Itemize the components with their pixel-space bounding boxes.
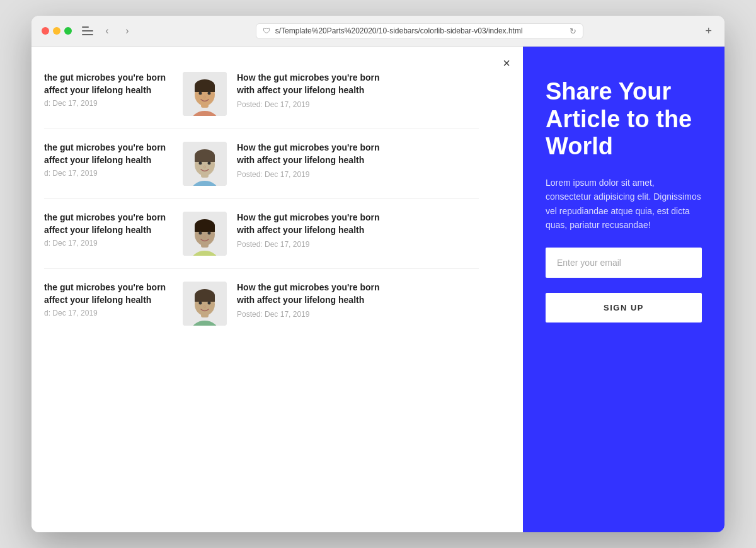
article-item: the gut microbes you're bornaffect your … <box>44 59 479 129</box>
article-left-date: d: Dec 17, 2019 <box>44 99 183 108</box>
svg-rect-14 <box>195 156 215 162</box>
browser-chrome: ‹ › 🛡 s/Template%20Parts%202020/10-sideb… <box>32 16 724 47</box>
sidebar-toggle-icon[interactable] <box>82 26 93 35</box>
article-avatar <box>183 72 227 116</box>
article-left-title: the gut microbes you're bornaffect your … <box>44 212 183 236</box>
maximize-traffic-light[interactable] <box>64 27 72 35</box>
browser-content: × the gut microbes you're bornaffect you… <box>32 47 724 532</box>
article-title[interactable]: How the gut microbes you're bornwith aff… <box>237 72 479 96</box>
svg-point-7 <box>208 92 211 95</box>
article-date: Posted: Dec 17, 2019 <box>237 170 479 179</box>
article-with-image[interactable]: How the gut microbes you're bornwith aff… <box>183 282 479 326</box>
svg-point-25 <box>208 232 211 235</box>
article-list: the gut microbes you're bornaffect your … <box>44 59 504 338</box>
article-left-date: d: Dec 17, 2019 <box>44 239 183 248</box>
article-date: Posted: Dec 17, 2019 <box>237 240 479 249</box>
svg-point-24 <box>199 232 202 235</box>
svg-point-34 <box>208 302 211 305</box>
sidebar-description: Lorem ipsum dolor sit amet, consectetur … <box>546 176 702 232</box>
svg-point-8 <box>204 96 206 98</box>
shield-icon: 🛡 <box>263 26 270 35</box>
forward-button[interactable]: › <box>118 22 136 40</box>
article-left-date: d: Dec 17, 2019 <box>44 309 183 317</box>
article-left-title: the gut microbes you're bornaffect your … <box>44 72 183 96</box>
svg-point-16 <box>208 162 211 165</box>
article-text-block: How the gut microbes you're bornwith aff… <box>237 212 479 249</box>
sidebar-heading: Share Your Article to the World <box>546 78 702 161</box>
svg-point-35 <box>204 305 206 308</box>
article-text-block: How the gut microbes you're bornwith aff… <box>237 142 479 179</box>
article-avatar <box>183 282 227 326</box>
minimize-traffic-light[interactable] <box>53 27 60 35</box>
article-item: the gut microbes you're bornaffect your … <box>44 129 479 199</box>
svg-rect-5 <box>195 86 215 92</box>
article-title[interactable]: How the gut microbes you're bornwith aff… <box>237 142 479 166</box>
back-button[interactable]: ‹ <box>98 22 116 40</box>
signup-button[interactable]: SIGN UP <box>546 293 702 323</box>
reload-icon[interactable]: ↻ <box>570 26 576 36</box>
article-title[interactable]: How the gut microbes you're bornwith aff… <box>237 212 479 236</box>
article-left-date: d: Dec 17, 2019 <box>44 169 183 178</box>
article-left-text: the gut microbes you're bornaffect your … <box>44 72 183 108</box>
close-button[interactable]: × <box>503 57 510 69</box>
main-content: × the gut microbes you're bornaffect you… <box>32 47 523 532</box>
article-avatar <box>183 142 227 186</box>
new-tab-button[interactable]: + <box>702 25 714 38</box>
article-with-image[interactable]: How the gut microbes you're bornwith aff… <box>183 212 479 256</box>
article-left-text: the gut microbes you're bornaffect your … <box>44 212 183 248</box>
address-bar[interactable]: 🛡 s/Template%20Parts%202020/10-sidebars/… <box>256 23 583 39</box>
close-traffic-light[interactable] <box>42 27 49 35</box>
browser-window: ‹ › 🛡 s/Template%20Parts%202020/10-sideb… <box>32 16 724 532</box>
article-date: Posted: Dec 17, 2019 <box>237 310 479 319</box>
svg-point-17 <box>204 166 206 168</box>
article-left-title: the gut microbes you're bornaffect your … <box>44 142 183 166</box>
article-avatar <box>183 212 227 256</box>
article-date: Posted: Dec 17, 2019 <box>237 100 479 109</box>
article-left-title: the gut microbes you're bornaffect your … <box>44 282 183 306</box>
svg-point-6 <box>199 92 202 95</box>
article-with-image[interactable]: How the gut microbes you're bornwith aff… <box>183 142 479 186</box>
article-text-block: How the gut microbes you're bornwith aff… <box>237 282 479 319</box>
article-item: the gut microbes you're bornaffect your … <box>44 199 479 269</box>
article-text-block: How the gut microbes you're bornwith aff… <box>237 72 479 109</box>
email-input[interactable] <box>546 248 702 278</box>
svg-point-15 <box>199 162 202 165</box>
svg-rect-32 <box>195 295 215 302</box>
browser-controls: ‹ › <box>79 22 136 40</box>
svg-rect-23 <box>195 225 215 232</box>
traffic-lights <box>42 27 72 35</box>
svg-point-33 <box>199 302 202 305</box>
sidebar: Share Your Article to the World Lorem ip… <box>523 47 724 532</box>
svg-point-26 <box>204 236 206 238</box>
article-left-text: the gut microbes you're bornaffect your … <box>44 142 183 178</box>
address-text: s/Template%20Parts%202020/10-sidebars/co… <box>275 26 564 35</box>
article-left-text: the gut microbes you're bornaffect your … <box>44 282 183 317</box>
article-with-image[interactable]: How the gut microbes you're bornwith aff… <box>183 72 479 116</box>
article-item: the gut microbes you're bornaffect your … <box>44 269 479 338</box>
article-title[interactable]: How the gut microbes you're bornwith aff… <box>237 282 479 306</box>
